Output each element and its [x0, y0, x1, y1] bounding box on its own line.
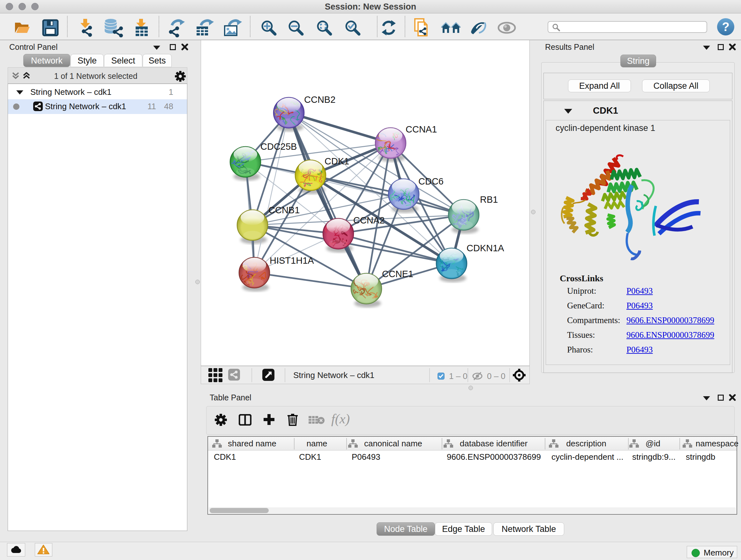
svg-text:CCNB1: CCNB1 [268, 205, 300, 215]
svg-text:CDC25B: CDC25B [260, 141, 297, 152]
svg-text:CDKN1A: CDKN1A [467, 243, 504, 253]
svg-text:CCNA2: CCNA2 [353, 215, 385, 226]
svg-text:CCNB2: CCNB2 [304, 95, 335, 105]
svg-text:HIST1H1A: HIST1H1A [270, 255, 314, 266]
svg-text:CDK1: CDK1 [325, 156, 349, 166]
svg-text:CDC6: CDC6 [418, 176, 444, 186]
svg-text:CCNA1: CCNA1 [406, 124, 437, 134]
svg-text:CCNE1: CCNE1 [382, 269, 413, 279]
svg-text:RB1: RB1 [480, 194, 498, 205]
